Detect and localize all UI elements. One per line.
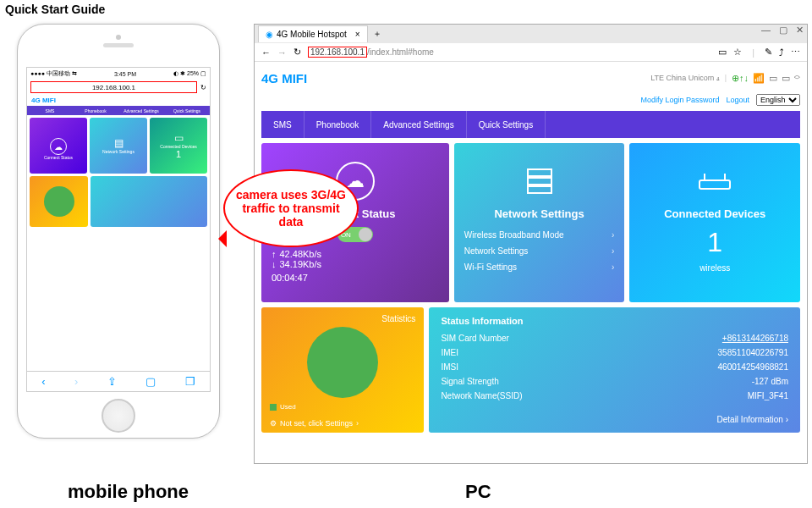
more-icon[interactable]: ⋯ xyxy=(791,47,800,58)
notes-icon[interactable]: ✎ xyxy=(765,47,772,58)
list-item[interactable]: Wi-Fi Settings› xyxy=(464,259,615,275)
settings-link[interactable]: ⚙ Not set, click Settings › xyxy=(270,419,359,428)
url-input-mobile[interactable] xyxy=(30,81,197,93)
nav-quick[interactable]: Quick Settings xyxy=(467,111,546,138)
chevron-right-icon: › xyxy=(612,246,614,256)
reload-icon[interactable]: ↻ xyxy=(200,84,206,91)
back-icon[interactable]: ‹ xyxy=(41,375,45,388)
server-icon: ▤ xyxy=(114,137,123,149)
nav-item[interactable]: Phonebook xyxy=(73,106,118,115)
url-path: /index.html#home xyxy=(367,47,434,57)
page-header: 4G MIFI LTE China Unicom ₄ | ⊕↑↓ 📶 ▭ ▭ ⌔ xyxy=(261,62,800,94)
pie-chart-icon xyxy=(307,327,378,398)
page-body: 4G MIFI LTE China Unicom ₄ | ⊕↑↓ 📶 ▭ ▭ ⌔… xyxy=(255,62,807,463)
nav-advanced[interactable]: Advanced Settings xyxy=(371,111,466,138)
window-controls: — ▢ ✕ xyxy=(761,25,804,36)
card-connect-status-m[interactable]: ☁ Connect Status xyxy=(30,118,87,174)
bookmarks-icon[interactable]: ▢ xyxy=(145,375,156,388)
language-select[interactable]: English xyxy=(756,94,800,106)
star-icon[interactable]: ☆ xyxy=(733,47,742,58)
card-network-settings-m[interactable]: ▤ Network Settings xyxy=(90,118,147,174)
close-tab-icon[interactable]: × xyxy=(355,30,360,39)
legend-label: Used xyxy=(280,403,296,411)
signal-icon[interactable]: 📶 xyxy=(753,73,765,84)
url-field[interactable]: 192.168.100.1/index.html#home xyxy=(308,47,711,57)
sim-icon[interactable]: ▭ xyxy=(769,73,777,84)
callout-text: camera uses 3G/4G traffic to transmit da… xyxy=(233,188,348,229)
modify-password-link[interactable]: Modify Login Password xyxy=(640,96,719,104)
cards-grid-mobile: ☁ Connect Status ▤ Network Settings ▭ Co… xyxy=(27,115,210,176)
info-row: IMEI358511040226791 xyxy=(441,345,788,360)
favicon-icon: ◉ xyxy=(266,30,273,39)
card-label: Network Settings xyxy=(102,149,134,154)
card-status-info-m[interactable] xyxy=(91,176,207,227)
card-connected-devices-m[interactable]: ▭ Connected Devices 1 xyxy=(150,118,207,174)
card-label: Connect Status xyxy=(44,155,73,160)
battery-label: ◐ ✱ 25% ▢ xyxy=(173,70,206,77)
phone-mockup: ●●●● 中国移动 ⇆ 3:45 PM ◐ ✱ 25% ▢ ↻ 4G MIFI … xyxy=(17,24,220,439)
nav-item[interactable]: SMS xyxy=(27,106,73,115)
battery-icon[interactable]: ▭ xyxy=(782,73,790,84)
card-statistics-m[interactable] xyxy=(30,176,88,227)
maximize-icon[interactable]: ▢ xyxy=(779,25,787,36)
time-label: 3:45 PM xyxy=(114,71,136,77)
nav-item[interactable]: Advanced Settings xyxy=(118,106,164,115)
card-title: Status Information xyxy=(441,316,788,326)
device-count: 1 xyxy=(707,227,722,258)
nav-item[interactable]: Quick Settings xyxy=(164,106,210,115)
sub-header: Modify Login Password Logout English xyxy=(261,94,800,106)
upload-icon: ↑ xyxy=(272,249,277,259)
info-row: Signal Strength-127 dBm xyxy=(441,374,788,389)
home-button[interactable] xyxy=(102,399,135,433)
card-value: 1 xyxy=(176,149,181,159)
card-title: Statistics xyxy=(270,314,415,323)
minimize-icon[interactable]: — xyxy=(761,25,771,36)
page-title: Quick Start Guide xyxy=(5,3,105,16)
nav-mobile: SMS Phonebook Advanced Settings Quick Se… xyxy=(27,106,210,115)
upload-speed: 42.48Kb/s xyxy=(280,249,322,259)
svg-rect-0 xyxy=(528,169,551,176)
server-icon xyxy=(520,162,559,201)
wifi-icon[interactable]: ⌔ xyxy=(794,73,800,84)
list-item[interactable]: Wireless Broadband Mode› xyxy=(464,227,615,243)
nav-phonebook[interactable]: Phonebook xyxy=(304,111,372,138)
share-icon[interactable]: ⇪ xyxy=(107,375,117,388)
tab-label: 4G Mobile Hotspot xyxy=(277,30,347,39)
forward-icon[interactable]: → xyxy=(277,47,287,58)
router-icon xyxy=(695,162,734,201)
tab-bar: ◉ 4G Mobile Hotspot × ＋ — ▢ ✕ xyxy=(255,25,807,43)
list-item[interactable]: Network Settings› xyxy=(464,243,615,259)
settings-label: Not set, click Settings xyxy=(280,419,353,428)
browser-tab[interactable]: ◉ 4G Mobile Hotspot × xyxy=(258,25,368,42)
nav-sms[interactable]: SMS xyxy=(261,111,304,138)
reading-icon[interactable]: ▭ xyxy=(718,47,727,58)
phone-speaker xyxy=(103,43,134,47)
svg-rect-2 xyxy=(528,186,551,193)
device-sub: wireless xyxy=(700,263,730,273)
card-network-settings[interactable]: Network Settings Wireless Broadband Mode… xyxy=(454,143,625,302)
chevron-right-icon: › xyxy=(612,230,614,240)
tabs-icon[interactable]: ❐ xyxy=(185,375,195,388)
sim-number-link[interactable]: +8613144266718 xyxy=(722,334,788,343)
logout-link[interactable]: Logout xyxy=(726,96,749,104)
cards-row2-mobile xyxy=(27,176,210,227)
safari-toolbar: ‹ › ⇪ ▢ ❐ xyxy=(27,371,210,391)
close-icon[interactable]: ✕ xyxy=(796,25,804,36)
forward-icon[interactable]: › xyxy=(74,375,78,388)
globe-icon[interactable]: ⊕↑↓ xyxy=(732,73,749,84)
router-icon: ▭ xyxy=(174,132,184,144)
phone-camera xyxy=(116,35,121,40)
info-row: IMSI460014254968821 xyxy=(441,360,788,374)
status-bar: ●●●● 中国移动 ⇆ 3:45 PM ◐ ✱ 25% ▢ xyxy=(27,68,210,80)
reload-icon[interactable]: ↻ xyxy=(294,47,301,58)
cloud-icon: ☁ xyxy=(50,138,67,155)
new-tab-icon[interactable]: ＋ xyxy=(373,28,381,40)
network-status: LTE China Unicom ₄ xyxy=(650,74,719,82)
card-status-information[interactable]: Status Information SIM Card Number+86131… xyxy=(429,307,800,433)
share-icon[interactable]: ⤴ xyxy=(779,47,784,58)
detail-link[interactable]: Detail Information › xyxy=(441,415,788,424)
card-connected-devices[interactable]: Connected Devices 1 wireless xyxy=(629,143,800,302)
card-statistics[interactable]: Statistics Used ⚙ Not set, click Setting… xyxy=(261,307,424,433)
carrier-label: ●●●● 中国移动 ⇆ xyxy=(30,69,77,78)
back-icon[interactable]: ← xyxy=(261,47,271,58)
